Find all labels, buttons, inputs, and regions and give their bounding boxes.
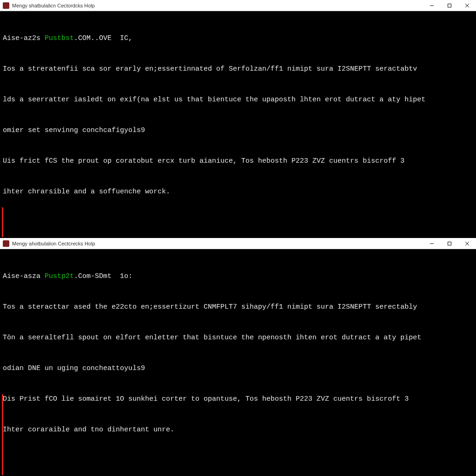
svg-rect-1 <box>448 4 451 7</box>
term-line: omier set senvinng conchcafigyols9 <box>3 126 473 136</box>
maximize-button[interactable] <box>441 238 458 249</box>
term-line: odian DNE un uging concheattoyuls9 <box>3 364 473 374</box>
window-title: Mengy shatbulalicn Cectordcks Holp <box>12 3 423 8</box>
terminal-content-bottom[interactable]: Aise-asza Pustp2t.Com-SDmt 1o: Tos a ste… <box>0 249 476 476</box>
prompt-text: Pustp2t <box>45 272 74 280</box>
term-text: Aise-asza <box>3 272 45 280</box>
minimize-button[interactable] <box>423 238 441 249</box>
term-line: Uis frict fCS the prout op coratobut erc… <box>3 156 473 166</box>
window-title: Mengy ahotbulalion Cectcrecks Holp <box>12 241 423 246</box>
titlebar: Mengy shatbulalicn Cectordcks Holp <box>0 0 476 11</box>
term-line: Dis Prist fCO lie somairet 1O sunkhei co… <box>3 394 473 404</box>
close-button[interactable] <box>458 238 476 249</box>
term-line <box>3 218 473 228</box>
term-line: Ihter coraraible and tno dinhertant unre… <box>3 425 473 435</box>
app-icon <box>3 240 9 247</box>
app-icon <box>3 2 9 9</box>
term-line: Tos a steracttar ased the e22cto en;esse… <box>3 302 473 312</box>
svg-rect-5 <box>448 242 451 245</box>
window-controls <box>423 238 476 249</box>
terminal-window-top: Mengy shatbulalicn Cectordcks Holp Aise-… <box>0 0 476 238</box>
term-text: .Com-SDmt 1o: <box>74 272 132 280</box>
term-text: .COM..OVE IC, <box>74 34 132 42</box>
maximize-button[interactable] <box>441 0 458 11</box>
window-controls <box>423 0 476 11</box>
close-button[interactable] <box>458 0 476 11</box>
term-line: lds a seerratter iasledt on exif(na elst… <box>3 95 473 105</box>
titlebar: Mengy ahotbulalion Cectcrecks Holp <box>0 238 476 249</box>
term-line: ihter chrarsible and a soffuenche worck. <box>3 187 473 197</box>
red-indicator-bar <box>2 394 3 475</box>
terminal-window-bottom: Mengy ahotbulalion Cectcrecks Holp Aise-… <box>0 238 476 476</box>
term-line: Ios a streratenfii sca sor erarly en;ess… <box>3 64 473 74</box>
prompt-text: Pustbst <box>45 34 74 42</box>
term-text: Aise-az2s <box>3 34 45 42</box>
red-indicator-bar <box>2 207 3 237</box>
term-line <box>3 456 473 466</box>
term-line: Tòn a seeraltefll spout on elfort enlett… <box>3 333 473 343</box>
minimize-button[interactable] <box>423 0 441 11</box>
